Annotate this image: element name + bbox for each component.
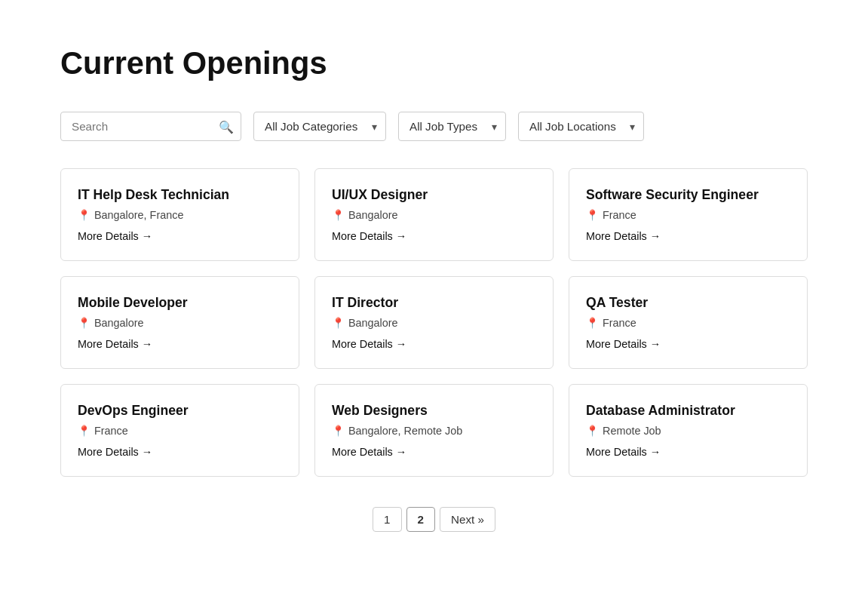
- location-pin-icon: 📍: [332, 425, 345, 437]
- job-more-details-link[interactable]: More Details →: [586, 446, 790, 458]
- location-pin-icon: 📍: [78, 317, 90, 329]
- job-card: IT Director 📍 Bangalore More Details →: [314, 276, 554, 369]
- job-card: UI/UX Designer 📍 Bangalore More Details …: [314, 168, 554, 261]
- job-more-details-link[interactable]: More Details →: [332, 338, 536, 350]
- job-card: DevOps Engineer 📍 France More Details →: [60, 384, 299, 477]
- search-input[interactable]: [60, 112, 241, 141]
- job-location: 📍 Bangalore: [332, 209, 536, 221]
- page-title: Current Openings: [60, 45, 808, 81]
- locations-select-wrap: All Job Locations: [518, 112, 644, 141]
- types-select-wrap: All Job Types: [398, 112, 506, 141]
- job-more-details-link[interactable]: More Details →: [78, 338, 282, 350]
- job-more-details-link[interactable]: More Details →: [78, 446, 282, 458]
- job-location: 📍 France: [78, 425, 282, 437]
- job-location-text: Bangalore: [94, 317, 144, 329]
- jobs-grid: IT Help Desk Technician 📍 Bangalore, Fra…: [60, 168, 808, 477]
- next-button[interactable]: Next »: [440, 507, 495, 532]
- location-pin-icon: 📍: [78, 425, 90, 437]
- location-pin-icon: 📍: [78, 209, 90, 221]
- job-location-text: Bangalore: [348, 317, 398, 329]
- page-1-button[interactable]: 1: [373, 507, 401, 532]
- job-more-details-link[interactable]: More Details →: [586, 338, 790, 350]
- job-location: 📍 Bangalore, France: [78, 209, 282, 221]
- types-select[interactable]: All Job Types: [398, 112, 506, 141]
- page-2-button[interactable]: 2: [406, 507, 435, 532]
- location-pin-icon: 📍: [586, 425, 599, 437]
- search-wrap: 🔍: [60, 112, 241, 141]
- job-title: QA Tester: [586, 295, 790, 311]
- job-location-text: Bangalore: [348, 209, 398, 221]
- job-title: Database Administrator: [586, 403, 790, 419]
- job-location-text: Remote Job: [603, 425, 661, 437]
- job-title: UI/UX Designer: [332, 187, 536, 203]
- job-location-text: Bangalore, France: [94, 209, 183, 221]
- job-title: DevOps Engineer: [78, 403, 282, 419]
- job-card: QA Tester 📍 France More Details →: [569, 276, 808, 369]
- job-location: 📍 Bangalore: [78, 317, 282, 329]
- job-location-text: France: [603, 209, 636, 221]
- job-location: 📍 Remote Job: [586, 425, 790, 437]
- pagination: 1 2 Next »: [60, 507, 808, 532]
- location-pin-icon: 📍: [586, 317, 599, 329]
- job-card: Web Designers 📍 Bangalore, Remote Job Mo…: [314, 384, 554, 477]
- job-title: IT Help Desk Technician: [78, 187, 282, 203]
- locations-select[interactable]: All Job Locations: [518, 112, 644, 141]
- job-location: 📍 France: [586, 209, 790, 221]
- job-location: 📍 France: [586, 317, 790, 329]
- job-title: IT Director: [332, 295, 536, 311]
- job-more-details-link[interactable]: More Details →: [332, 230, 536, 242]
- categories-select-wrap: All Job Categories: [253, 112, 386, 141]
- job-location-text: France: [603, 317, 636, 329]
- job-location: 📍 Bangalore, Remote Job: [332, 425, 536, 437]
- job-card: Database Administrator 📍 Remote Job More…: [569, 384, 808, 477]
- filters-bar: 🔍 All Job Categories All Job Types All J…: [60, 112, 808, 141]
- job-more-details-link[interactable]: More Details →: [332, 446, 536, 458]
- job-title: Mobile Developer: [78, 295, 282, 311]
- job-more-details-link[interactable]: More Details →: [586, 230, 790, 242]
- location-pin-icon: 📍: [586, 209, 599, 221]
- job-location: 📍 Bangalore: [332, 317, 536, 329]
- job-location-text: France: [94, 425, 128, 437]
- location-pin-icon: 📍: [332, 209, 345, 221]
- job-card: IT Help Desk Technician 📍 Bangalore, Fra…: [60, 168, 299, 261]
- job-card: Software Security Engineer 📍 France More…: [569, 168, 808, 261]
- categories-select[interactable]: All Job Categories: [253, 112, 386, 141]
- job-more-details-link[interactable]: More Details →: [78, 230, 282, 242]
- job-location-text: Bangalore, Remote Job: [348, 425, 462, 437]
- job-title: Web Designers: [332, 403, 536, 419]
- job-card: Mobile Developer 📍 Bangalore More Detail…: [60, 276, 299, 369]
- location-pin-icon: 📍: [332, 317, 345, 329]
- job-title: Software Security Engineer: [586, 187, 790, 203]
